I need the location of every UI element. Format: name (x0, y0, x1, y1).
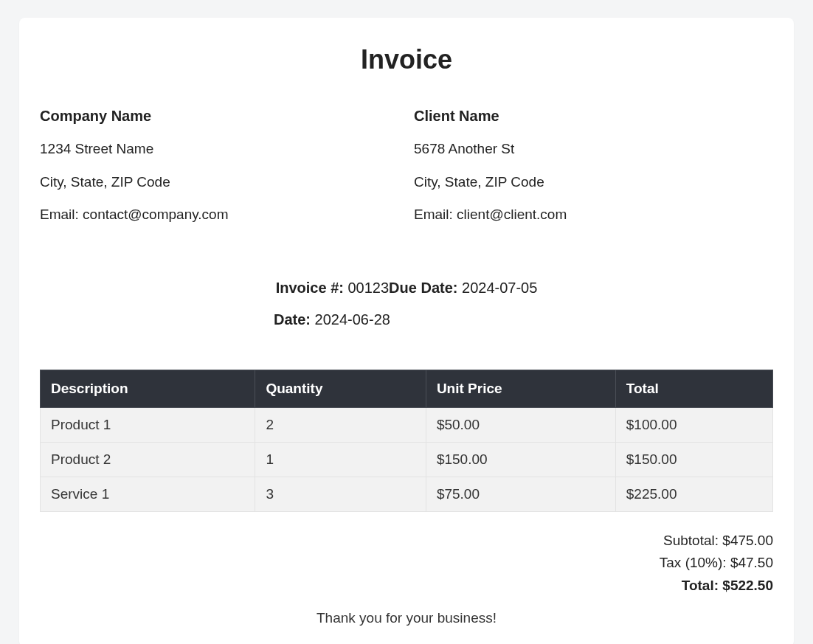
due-date-label: Due Date: (389, 280, 462, 296)
meta-line-1: Invoice #: 00123Due Date: 2024-07-05 (40, 280, 773, 297)
tax-line: Tax (10%): $47.50 (40, 552, 773, 574)
col-quantity: Quantity (255, 370, 426, 407)
date-label: Date: (274, 311, 315, 328)
col-total: Total (615, 370, 772, 407)
table-row: Product 1 2 $50.00 $100.00 (41, 407, 773, 442)
invoice-card: Invoice Company Name 1234 Street Name Ci… (19, 18, 794, 644)
cell-total: $100.00 (615, 407, 772, 442)
cell-description: Product 1 (41, 407, 255, 442)
company-name: Company Name (40, 108, 399, 125)
client-city-state-zip: City, State, ZIP Code (414, 173, 773, 193)
col-unit-price: Unit Price (426, 370, 615, 407)
client-email: Email: client@client.com (414, 205, 773, 225)
cell-quantity: 1 (255, 442, 426, 477)
cell-unit-price: $50.00 (426, 407, 615, 442)
totals-block: Subtotal: $475.00 Tax (10%): $47.50 Tota… (40, 530, 773, 597)
cell-total: $225.00 (615, 477, 772, 511)
table-row: Product 2 1 $150.00 $150.00 (41, 442, 773, 477)
thank-you-message: Thank you for your business! (40, 610, 773, 626)
company-city-state-zip: City, State, ZIP Code (40, 173, 399, 193)
client-name: Client Name (414, 108, 773, 125)
client-block: Client Name 5678 Another St City, State,… (414, 108, 773, 238)
subtotal-line: Subtotal: $475.00 (40, 530, 773, 552)
company-email: Email: contact@company.com (40, 205, 399, 225)
company-block: Company Name 1234 Street Name City, Stat… (40, 108, 399, 238)
date-value: 2024-06-28 (315, 311, 390, 328)
grand-total-line: Total: $522.50 (40, 575, 773, 597)
col-description: Description (41, 370, 255, 407)
client-street: 5678 Another St (414, 139, 773, 159)
meta-line-2: Date: 2024-06-28 (40, 311, 773, 328)
cell-unit-price: $75.00 (426, 477, 615, 511)
cell-description: Service 1 (41, 477, 255, 511)
cell-quantity: 2 (255, 407, 426, 442)
table-row: Service 1 3 $75.00 $225.00 (41, 477, 773, 511)
table-header-row: Description Quantity Unit Price Total (41, 370, 773, 407)
cell-unit-price: $150.00 (426, 442, 615, 477)
company-street: 1234 Street Name (40, 139, 399, 159)
invoice-number-value: 00123 (347, 280, 389, 296)
cell-total: $150.00 (615, 442, 772, 477)
parties-section: Company Name 1234 Street Name City, Stat… (40, 108, 773, 238)
cell-description: Product 2 (41, 442, 255, 477)
line-items-table: Description Quantity Unit Price Total Pr… (40, 370, 773, 512)
invoice-number-label: Invoice #: (276, 280, 348, 296)
due-date-value: 2024-07-05 (462, 280, 537, 296)
invoice-meta: Invoice #: 00123Due Date: 2024-07-05 Dat… (40, 280, 773, 328)
page-title: Invoice (40, 44, 773, 75)
cell-quantity: 3 (255, 477, 426, 511)
